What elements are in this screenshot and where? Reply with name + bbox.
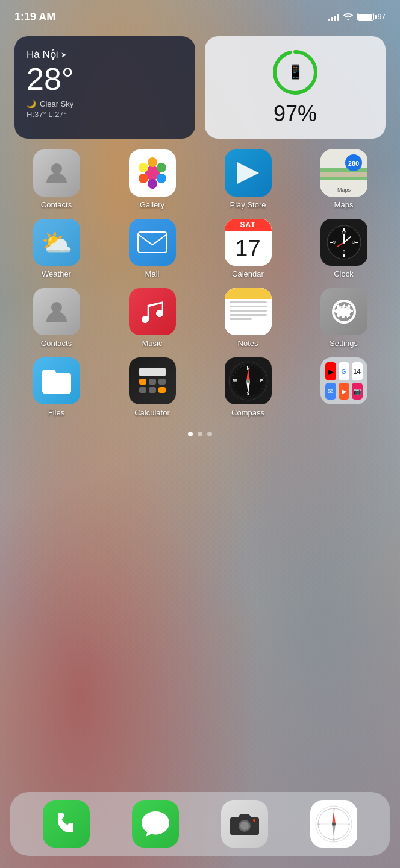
weather-hl: H:37° L:27° bbox=[27, 110, 183, 119]
battery-icon: 97 bbox=[357, 13, 386, 21]
svg-point-65 bbox=[332, 822, 336, 826]
battery-percentage: 97% bbox=[273, 101, 317, 127]
status-bar: 1:19 AM 97 bbox=[0, 0, 400, 27]
playstore-icon bbox=[225, 149, 272, 197]
app-weather[interactable]: ⛅ Weather bbox=[8, 219, 104, 278]
settings-icon bbox=[320, 288, 367, 335]
app-contacts[interactable]: Contacts bbox=[8, 149, 104, 209]
svg-point-4 bbox=[148, 157, 157, 167]
calculator-label: Calculator bbox=[134, 408, 170, 417]
phone-icon bbox=[43, 800, 90, 848]
svg-text:E: E bbox=[348, 822, 350, 826]
app-gallery[interactable]: Gallery bbox=[104, 149, 200, 209]
app-clock[interactable]: 12 3 6 9 Clock bbox=[296, 219, 392, 278]
messages-icon bbox=[132, 800, 179, 848]
app-playstore[interactable]: Play Store bbox=[200, 149, 296, 209]
svg-point-30 bbox=[343, 241, 345, 244]
svg-point-31 bbox=[51, 302, 62, 313]
mail-label: Mail bbox=[145, 269, 160, 278]
battery-ring: 📱 bbox=[271, 48, 319, 96]
folder-icon: ▶ G 14 ✉ ▶ 📷 bbox=[320, 357, 367, 404]
page-dot-1[interactable] bbox=[188, 432, 193, 436]
dock-safari[interactable]: N S E W bbox=[310, 800, 357, 848]
maps-icon: 280 Maps bbox=[320, 149, 367, 197]
svg-text:280: 280 bbox=[348, 160, 358, 167]
dock-phone[interactable] bbox=[43, 800, 90, 848]
svg-point-5 bbox=[157, 163, 166, 172]
svg-text:W: W bbox=[317, 822, 320, 826]
compass-icon: N S E W bbox=[225, 357, 272, 404]
home-screen: 1:19 AM 97 bbox=[0, 0, 400, 868]
apps-area: Contacts Gallery bbox=[0, 143, 400, 417]
widgets-row: Hà Nội ➤ 28° 🌙 Clear Sky H:37° L:27° bbox=[0, 27, 400, 143]
apps-grid: Contacts Gallery bbox=[8, 149, 392, 417]
app-mail[interactable]: Mail bbox=[104, 219, 200, 278]
phone-outline-icon: 📱 bbox=[287, 64, 304, 80]
weather-temp: 28° bbox=[27, 63, 183, 95]
svg-point-6 bbox=[157, 174, 166, 183]
music-icon bbox=[129, 288, 176, 335]
status-icons: 97 bbox=[328, 12, 386, 22]
svg-point-2 bbox=[51, 163, 62, 174]
svg-rect-41 bbox=[158, 387, 166, 393]
battery-text: 97 bbox=[378, 13, 386, 21]
clock-label: Clock bbox=[334, 269, 354, 278]
svg-point-51 bbox=[246, 379, 250, 383]
battery-widget[interactable]: 📱 97% bbox=[205, 36, 386, 139]
app-settings[interactable]: Settings bbox=[296, 288, 392, 348]
app-compass[interactable]: N S E W Compass bbox=[200, 357, 296, 417]
notes-icon bbox=[225, 288, 272, 335]
mail-icon bbox=[129, 219, 176, 266]
svg-rect-38 bbox=[158, 379, 166, 385]
svg-text:9: 9 bbox=[333, 240, 336, 244]
safari-icon: N S E W bbox=[310, 800, 357, 848]
contacts-label: Contacts bbox=[41, 200, 72, 209]
app-music[interactable]: Music bbox=[104, 288, 200, 348]
page-dots bbox=[0, 417, 400, 446]
svg-text:S: S bbox=[333, 838, 335, 841]
app-google-folder[interactable]: ▶ G 14 ✉ ▶ 📷 bbox=[296, 357, 392, 417]
svg-text:3: 3 bbox=[352, 240, 355, 244]
moon-icon: 🌙 bbox=[27, 99, 36, 108]
svg-rect-35 bbox=[139, 368, 166, 376]
svg-point-8 bbox=[139, 174, 148, 183]
wifi-icon bbox=[343, 12, 354, 22]
svg-text:W: W bbox=[233, 379, 237, 383]
signal-icon bbox=[328, 13, 339, 21]
weather-label: Weather bbox=[42, 269, 71, 278]
svg-point-53 bbox=[240, 822, 249, 830]
app-calendar[interactable]: SAT 17 Calendar bbox=[200, 219, 296, 278]
contacts-icon bbox=[33, 149, 80, 197]
svg-rect-37 bbox=[149, 379, 156, 385]
svg-rect-16 bbox=[138, 232, 167, 253]
gallery-label: Gallery bbox=[140, 200, 164, 209]
app-files[interactable]: Files bbox=[8, 357, 104, 417]
dock-camera[interactable] bbox=[221, 800, 268, 848]
app-maps[interactable]: 280 Maps Maps bbox=[296, 149, 392, 209]
calendar-icon: SAT 17 bbox=[225, 219, 272, 266]
app-calculator[interactable]: Calculator bbox=[104, 357, 200, 417]
music-label: Music bbox=[142, 339, 163, 348]
notes-label: Notes bbox=[238, 339, 258, 348]
app-notes[interactable]: Notes bbox=[200, 288, 296, 348]
location-arrow-icon: ➤ bbox=[61, 51, 67, 59]
files-icon bbox=[33, 357, 80, 404]
svg-rect-12 bbox=[320, 172, 367, 177]
weather-widget[interactable]: Hà Nội ➤ 28° 🌙 Clear Sky H:37° L:27° bbox=[14, 36, 195, 139]
clock-icon: 12 3 6 9 bbox=[320, 219, 367, 266]
camera-icon bbox=[221, 800, 268, 848]
contacts2-label: Contacts bbox=[41, 339, 72, 348]
svg-rect-36 bbox=[139, 379, 146, 385]
app-contacts2[interactable]: Contacts bbox=[8, 288, 104, 348]
svg-point-7 bbox=[148, 179, 157, 189]
svg-rect-40 bbox=[149, 387, 156, 393]
weather-city: Hà Nội ➤ bbox=[27, 48, 183, 61]
svg-rect-39 bbox=[139, 387, 146, 393]
page-dot-3[interactable] bbox=[207, 432, 212, 436]
status-time: 1:19 AM bbox=[14, 11, 55, 24]
svg-text:E: E bbox=[260, 379, 263, 383]
files-label: Files bbox=[48, 408, 64, 417]
dock-messages[interactable] bbox=[132, 800, 179, 848]
page-dot-2[interactable] bbox=[198, 432, 202, 436]
dock: N S E W bbox=[10, 792, 390, 856]
